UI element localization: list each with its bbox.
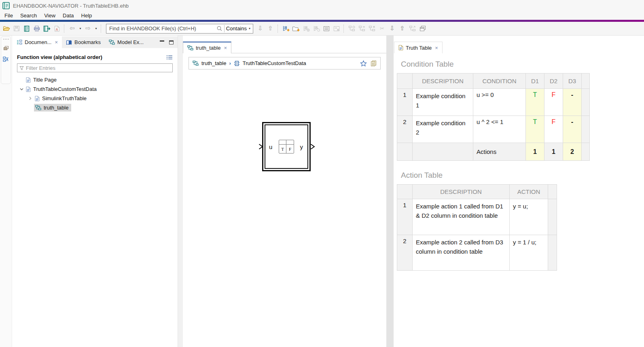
bookmarks-icon	[66, 40, 72, 45]
back-history-dropdown[interactable]: ▾	[77, 23, 83, 34]
tab-documents[interactable]: Documen... ×	[12, 36, 62, 48]
branch-collapse-button[interactable]	[357, 23, 367, 34]
favorite-star-icon[interactable]	[360, 60, 367, 67]
tree-item-truthtablecustomtestdata[interactable]: TruthTableCustomTestData	[17, 84, 173, 94]
row-number: 1	[397, 89, 413, 116]
tab-model-explorer[interactable]: Model Ex...	[105, 36, 148, 48]
tab-truth-table-detail[interactable]: Truth Table ×	[394, 42, 443, 53]
save-icon	[13, 25, 20, 32]
add-model-button[interactable]	[281, 23, 291, 34]
drag-handle[interactable]	[3, 39, 9, 40]
open-ehandbook-button[interactable]	[21, 23, 32, 34]
breadcrumb-item-truth-table[interactable]: truth_table	[201, 60, 226, 66]
branch-remove-button[interactable]	[367, 23, 377, 34]
close-icon[interactable]: ×	[435, 45, 438, 51]
panel-splitter[interactable]	[386, 36, 394, 347]
export-button[interactable]	[42, 23, 52, 34]
find-previous-button[interactable]: ⇧	[265, 23, 275, 34]
header-description: DESCRIPTION	[413, 74, 473, 89]
tree-item-truth-table-selected[interactable]: truth_table	[17, 103, 173, 112]
restore-panel-button[interactable]	[3, 46, 9, 50]
cut-button[interactable]: ✂	[377, 23, 387, 34]
export-book-icon	[43, 25, 51, 32]
navigate-back-button[interactable]: ⇦	[67, 23, 77, 34]
print-button[interactable]	[32, 23, 42, 34]
close-icon[interactable]: ×	[55, 39, 58, 45]
navigate-forward-button[interactable]: ⇨	[83, 23, 93, 34]
branch-jump-button[interactable]	[407, 23, 417, 34]
properties-list-button[interactable]	[321, 23, 331, 34]
refresh-model-button[interactable]	[311, 23, 321, 34]
chevron-expanded-icon[interactable]	[17, 88, 26, 90]
truth-table-content: Condition Table DESCRIPTION CONDITION D1…	[394, 53, 644, 271]
header-action: ACTION	[510, 185, 548, 199]
actions-row: Actions 1 1 2	[397, 143, 590, 161]
header-d2: D2	[544, 74, 563, 89]
toolbar-separator	[101, 25, 103, 33]
tree-item-title-page[interactable]: Title Page	[17, 75, 173, 84]
document-tree: Title Page TruthTableCustomTestData Simu…	[17, 75, 173, 112]
panel-splitter[interactable]	[178, 36, 183, 347]
menu-data[interactable]: Data	[59, 12, 77, 19]
chevron-collapsed-icon[interactable]	[26, 97, 35, 100]
close-table-button[interactable]	[331, 23, 341, 34]
move-down-button[interactable]: ⇩	[387, 23, 397, 34]
maximize-panel-button[interactable]	[169, 40, 174, 44]
open-folder-icon	[3, 25, 10, 32]
breadcrumb-separator: ›	[229, 60, 231, 66]
dock-group	[1, 36, 11, 84]
truth-table-block[interactable]: u T F y	[262, 122, 311, 171]
minimize-panel-button[interactable]	[160, 40, 164, 42]
selected-tree-item[interactable]: truth_table	[34, 104, 71, 111]
move-up-button[interactable]: ⇧	[397, 23, 407, 34]
action-description: Example action 1 called from D1 & D2 col…	[413, 199, 510, 235]
model-view-shortcut-button[interactable]	[3, 57, 9, 62]
header-d3: D3	[563, 74, 582, 89]
branch-expand-icon	[348, 25, 356, 32]
save-button[interactable]	[11, 23, 21, 34]
search-input[interactable]	[106, 25, 216, 32]
row-number: 1	[397, 199, 413, 235]
open-file-button[interactable]	[1, 23, 11, 34]
function-view: Function view (alphabetical order) Title…	[12, 48, 178, 112]
search-icon	[216, 25, 222, 32]
branch-expand-button[interactable]	[347, 23, 357, 34]
menu-search[interactable]: Search	[17, 12, 40, 19]
d1-value: T	[526, 89, 544, 116]
view-menu-icon[interactable]	[166, 55, 173, 60]
model-view-panel: truth_table × truth_table › TruthTableCu…	[183, 36, 386, 347]
output-port-arrow-icon	[310, 143, 316, 150]
sync-model-button[interactable]	[301, 23, 311, 34]
copy-link-icon[interactable]	[371, 60, 377, 66]
condition-table: DESCRIPTION CONDITION D1 D2 D3 1 Example…	[397, 73, 590, 161]
menu-help[interactable]: Help	[78, 12, 96, 19]
add-folder-button[interactable]	[291, 23, 301, 34]
filter-entries-input[interactable]	[26, 65, 170, 71]
action-table-header-row: DESCRIPTION ACTION	[397, 185, 557, 199]
move-up-icon: ⇧	[400, 25, 405, 32]
tab-truth-table-model[interactable]: truth_table ×	[183, 42, 231, 53]
find-next-button[interactable]: ⇩	[255, 23, 265, 34]
tab-label: Model Ex...	[117, 39, 144, 45]
duplicate-view-button[interactable]	[417, 23, 428, 34]
block-icon	[234, 61, 240, 66]
menu-file[interactable]: File	[1, 12, 17, 19]
model-icon	[35, 105, 41, 110]
toolbar: ⇦ ▾ ⇨ ▾ Contains▾ ⇩ ⇧ ✂ ⇩ ⇧	[0, 22, 644, 36]
tree-item-simulinktruthtable[interactable]: SimulinkTruthTable	[17, 94, 173, 103]
header-condition: CONDITION	[473, 74, 526, 89]
menubar: File Search View Data Help	[0, 11, 644, 20]
ehandbook-book-icon	[23, 25, 30, 32]
search-mode-dropdown[interactable]: Contains▾	[226, 25, 253, 32]
center-tab-strip: truth_table ×	[183, 42, 386, 53]
forward-history-dropdown[interactable]: ▾	[93, 23, 99, 34]
forward-arrow-icon: ⇨	[85, 25, 91, 32]
tab-bookmarks[interactable]: Bookmarks	[62, 36, 105, 48]
breadcrumb-item-testdata[interactable]: TruthTableCustomTestData	[243, 60, 306, 66]
documents-tab-icon	[16, 40, 22, 45]
close-icon[interactable]: ×	[224, 45, 227, 51]
input-port-arrow-icon	[258, 143, 264, 150]
export-pdf-button[interactable]	[52, 23, 62, 34]
menu-view[interactable]: View	[40, 12, 59, 19]
model-canvas[interactable]: u T F y	[183, 69, 386, 347]
